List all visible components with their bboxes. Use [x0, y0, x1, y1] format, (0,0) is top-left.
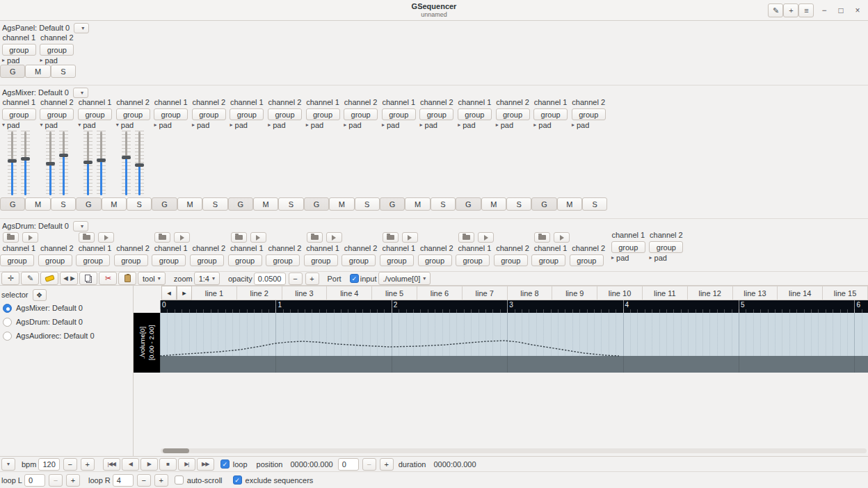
pad-expander[interactable]: ▸ pad [418, 120, 456, 129]
line-tab[interactable]: line 2 [237, 286, 282, 300]
pad-expander[interactable]: ▸ pad [648, 253, 686, 262]
play-button[interactable] [326, 232, 342, 243]
pad-expander[interactable]: ▸ pad [190, 120, 228, 129]
group-button[interactable]: group [611, 241, 645, 253]
scrollbar-thumb[interactable] [163, 448, 189, 453]
group-button[interactable]: group [154, 108, 188, 120]
pad-expander[interactable]: ▸ pad [456, 120, 494, 129]
group-toggle-button[interactable]: G [380, 197, 405, 211]
goto-end-button[interactable]: ▶▶ [197, 458, 214, 471]
mute-toggle-button[interactable]: M [329, 197, 354, 211]
pad-expander[interactable]: ▸ pad [341, 120, 380, 129]
edit-button[interactable]: ✎ [21, 272, 39, 285]
group-button[interactable]: group [268, 108, 302, 120]
line-tab[interactable]: line 7 [463, 286, 508, 300]
opacity-decrement-button[interactable]: − [289, 273, 303, 285]
bpm-decrement-button[interactable]: − [63, 458, 77, 471]
group-button[interactable]: group [230, 108, 264, 120]
group-button[interactable]: group [78, 108, 112, 120]
group-toggle-button[interactable]: G [76, 197, 101, 211]
close-button[interactable]: × [851, 4, 864, 17]
group-button[interactable]: group [572, 108, 606, 120]
group-button[interactable]: group [266, 254, 300, 266]
group-button[interactable]: group [341, 254, 376, 266]
group-button[interactable]: group [570, 254, 604, 266]
paste-button[interactable] [118, 272, 136, 285]
solo-toggle-button[interactable]: S [278, 197, 303, 211]
bpm-input[interactable]: 120 [38, 458, 59, 471]
panel-machine-menu-button[interactable]: ▾ [74, 23, 89, 33]
group-toggle-button[interactable]: G [304, 197, 329, 211]
volume-slider[interactable] [8, 131, 17, 196]
pad-expander[interactable]: ▾ pad [114, 120, 152, 129]
mute-toggle-button[interactable]: M [557, 197, 582, 211]
line-tab[interactable]: line 3 [282, 286, 328, 300]
play-button[interactable] [174, 232, 190, 243]
group-button[interactable]: group [114, 254, 148, 266]
opacity-increment-button[interactable]: + [305, 273, 319, 285]
solo-toggle-button[interactable]: S [202, 197, 227, 211]
play-button[interactable] [22, 232, 38, 243]
line-tab[interactable]: line 14 [778, 286, 823, 300]
group-toggle-button[interactable]: G [228, 197, 253, 211]
play-button[interactable]: ▶ [140, 458, 158, 471]
open-button[interactable] [458, 232, 474, 243]
loop-l-input[interactable]: 0 [24, 474, 45, 487]
group-toggle-button[interactable]: G [531, 197, 556, 211]
loop-checkbox[interactable]: ✓ [220, 459, 230, 469]
group-button[interactable]: group [0, 254, 34, 266]
solo-toggle-button[interactable]: S [51, 197, 76, 211]
tool-dropdown[interactable]: tool▾ [138, 272, 166, 285]
bpm-increment-button[interactable]: + [81, 458, 95, 471]
new-tab-button[interactable]: + [783, 3, 798, 17]
play-button[interactable] [478, 232, 494, 243]
auto-scroll-checkbox[interactable] [175, 475, 184, 485]
group-button[interactable]: group [192, 108, 226, 120]
line-tab[interactable]: line 12 [688, 286, 733, 300]
volume-slider[interactable] [21, 131, 30, 196]
mute-toggle-button[interactable]: M [102, 197, 127, 211]
mute-toggle-button[interactable]: M [253, 197, 278, 211]
loop-r-input[interactable]: 4 [113, 474, 134, 487]
machine-radio-option[interactable]: AgsAudiorec: Default 0 [1, 329, 131, 343]
group-toggle-button[interactable]: G [152, 197, 177, 211]
selector-settings-button[interactable]: ❖ [33, 289, 47, 301]
volume-slider[interactable] [59, 131, 68, 196]
loop-l-decrement-button[interactable]: − [49, 474, 63, 487]
loop-r-increment-button[interactable]: + [154, 474, 168, 487]
machine-radio-option[interactable]: AgsMixer: Default 0 [1, 301, 131, 315]
group-button[interactable]: group [2, 108, 36, 120]
solo-toggle-button[interactable]: S [355, 197, 380, 211]
group-button[interactable]: group [2, 44, 36, 56]
volume-slider[interactable] [46, 131, 55, 196]
timeline-ruler[interactable]: 0123456 [160, 300, 868, 313]
group-button[interactable]: group [456, 254, 490, 266]
group-button[interactable]: group [40, 108, 74, 120]
pad-expander[interactable]: ▸ pad [228, 120, 266, 129]
mute-toggle-button[interactable]: M [481, 197, 506, 211]
solo-toggle-button[interactable]: S [506, 197, 531, 211]
menu-button[interactable]: ≡ [798, 3, 814, 17]
seek-forward-button[interactable]: ▶| [178, 458, 195, 471]
line-tab[interactable]: line 10 [597, 286, 643, 300]
group-button[interactable]: group [458, 108, 492, 120]
group-button[interactable]: group [304, 254, 338, 266]
mute-toggle-button[interactable]: M [25, 65, 50, 78]
solo-toggle-button[interactable]: S [582, 197, 607, 211]
minimize-button[interactable]: − [818, 4, 830, 17]
horizontal-scrollbar[interactable] [161, 448, 867, 453]
line-tab[interactable]: line 4 [327, 286, 372, 300]
line-tab[interactable]: line 6 [417, 286, 463, 300]
group-button[interactable]: group [531, 254, 565, 266]
clear-button[interactable] [40, 272, 58, 285]
group-button[interactable]: group [418, 254, 452, 266]
open-button[interactable] [154, 232, 170, 243]
copy-button[interactable] [79, 272, 97, 285]
group-toggle-button[interactable]: G [0, 65, 25, 78]
pad-expander[interactable]: ▸ pad [38, 56, 77, 65]
position-increment-button[interactable]: + [380, 458, 394, 471]
seek-backward-button[interactable]: ◀ [122, 458, 139, 471]
position-cursor-button[interactable]: ✛ [1, 272, 19, 285]
volume-slider[interactable] [135, 131, 144, 196]
stop-button[interactable]: ■ [159, 458, 177, 471]
